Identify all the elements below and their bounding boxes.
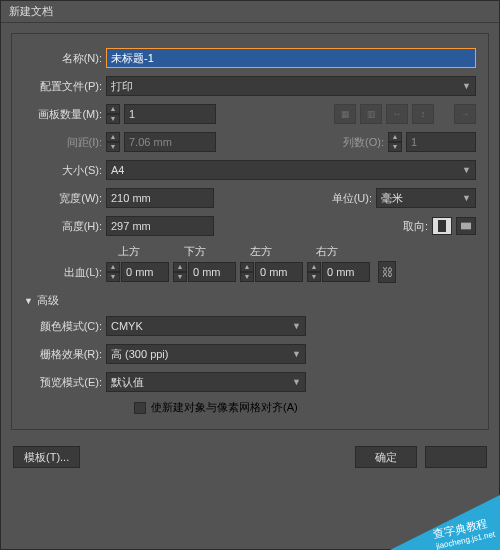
template-button[interactable]: 模板(T)... xyxy=(13,446,80,468)
cancel-button[interactable] xyxy=(425,446,487,468)
profile-select[interactable]: 打印▼ xyxy=(106,76,476,96)
colormode-select[interactable]: CMYK▼ xyxy=(106,316,306,336)
triangle-down-icon: ▼ xyxy=(24,296,33,306)
bleed-left-input[interactable] xyxy=(255,262,303,282)
grid-by-row-icon[interactable]: ▦ xyxy=(334,104,356,124)
arrange-rtl-icon[interactable]: → xyxy=(454,104,476,124)
arrange-row-icon[interactable]: ↔ xyxy=(386,104,408,124)
raster-label: 栅格效果(R): xyxy=(24,347,102,362)
bleed-right-input[interactable] xyxy=(322,262,370,282)
profile-label: 配置文件(P): xyxy=(24,79,102,94)
bleed-bottom-label: 下方 xyxy=(184,244,246,259)
width-input[interactable] xyxy=(106,188,214,208)
svg-rect-0 xyxy=(438,220,446,232)
spacing-input xyxy=(124,132,216,152)
align-pixel-label: 使新建对象与像素网格对齐(A) xyxy=(151,400,298,415)
columns-input xyxy=(406,132,476,152)
bleed-top-label: 上方 xyxy=(118,244,180,259)
units-select[interactable]: 毫米▼ xyxy=(376,188,476,208)
bleed-bottom-stepper[interactable]: ▲▼ xyxy=(173,262,187,282)
link-bleed-icon[interactable]: ⛓ xyxy=(378,261,396,283)
chevron-down-icon: ▼ xyxy=(462,165,471,175)
artboards-label: 画板数量(M): xyxy=(24,107,102,122)
grid-by-col-icon[interactable]: ▥ xyxy=(360,104,382,124)
orient-landscape-button[interactable] xyxy=(456,217,476,235)
bleed-left-stepper[interactable]: ▲▼ xyxy=(240,262,254,282)
chevron-down-icon: ▼ xyxy=(292,377,301,387)
bleed-top-input[interactable] xyxy=(121,262,169,282)
dialog-title: 新建文档 xyxy=(1,1,499,23)
main-panel: 名称(N): 配置文件(P): 打印▼ 画板数量(M): ▲▼ ▦ ▥ ↔ ↕ … xyxy=(11,33,489,430)
bleed-bottom-input[interactable] xyxy=(188,262,236,282)
align-pixel-checkbox[interactable] xyxy=(134,402,146,414)
name-label: 名称(N): xyxy=(24,51,102,66)
bleed-right-stepper[interactable]: ▲▼ xyxy=(307,262,321,282)
footer: 模板(T)... 确定 xyxy=(1,440,499,480)
name-input[interactable] xyxy=(106,48,476,68)
artboards-input[interactable] xyxy=(124,104,216,124)
columns-label: 列数(O): xyxy=(332,135,384,150)
chevron-down-icon: ▼ xyxy=(292,321,301,331)
advanced-section-toggle[interactable]: ▼ 高级 xyxy=(24,293,476,308)
width-label: 宽度(W): xyxy=(24,191,102,206)
svg-rect-1 xyxy=(461,223,471,230)
orient-label: 取向: xyxy=(392,219,428,234)
artboards-stepper[interactable]: ▲▼ xyxy=(106,104,120,124)
bleed-top-stepper[interactable]: ▲▼ xyxy=(106,262,120,282)
size-select[interactable]: A4▼ xyxy=(106,160,476,180)
bleed-right-label: 右方 xyxy=(316,244,378,259)
spacing-label: 间距(I): xyxy=(24,135,102,150)
spacing-stepper: ▲▼ xyxy=(106,132,120,152)
chevron-down-icon: ▼ xyxy=(462,193,471,203)
preview-select[interactable]: 默认值▼ xyxy=(106,372,306,392)
units-label: 单位(U): xyxy=(320,191,372,206)
colormode-label: 颜色模式(C): xyxy=(24,319,102,334)
chevron-down-icon: ▼ xyxy=(462,81,471,91)
height-label: 高度(H): xyxy=(24,219,102,234)
preview-label: 预览模式(E): xyxy=(24,375,102,390)
chevron-down-icon: ▼ xyxy=(292,349,301,359)
bleed-label: 出血(L): xyxy=(24,265,102,280)
orient-portrait-button[interactable] xyxy=(432,217,452,235)
new-document-dialog: 新建文档 名称(N): 配置文件(P): 打印▼ 画板数量(M): ▲▼ ▦ ▥… xyxy=(0,0,500,550)
columns-stepper: ▲▼ xyxy=(388,132,402,152)
raster-select[interactable]: 高 (300 ppi)▼ xyxy=(106,344,306,364)
ok-button[interactable]: 确定 xyxy=(355,446,417,468)
arrange-col-icon[interactable]: ↕ xyxy=(412,104,434,124)
size-label: 大小(S): xyxy=(24,163,102,178)
bleed-left-label: 左方 xyxy=(250,244,312,259)
height-input[interactable] xyxy=(106,216,214,236)
